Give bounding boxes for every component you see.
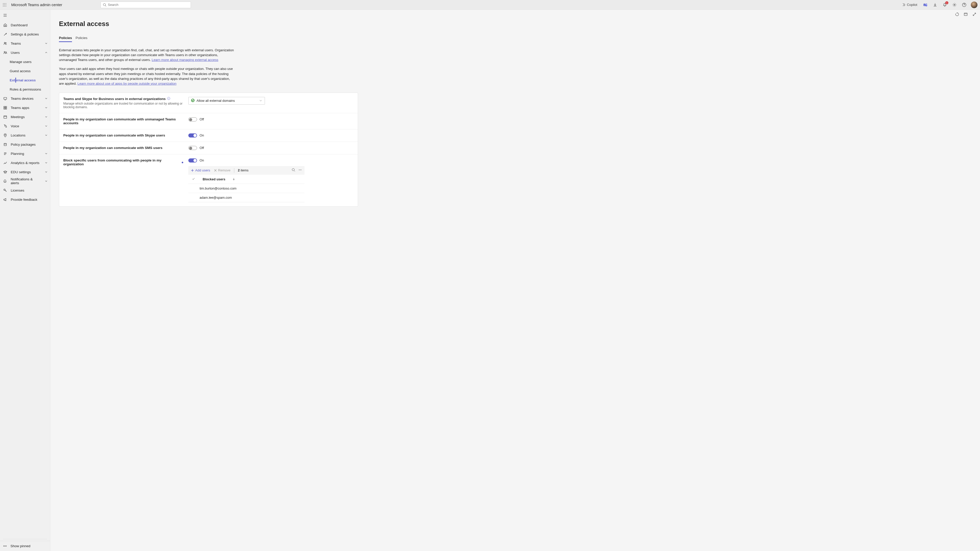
nav-label: Teams devices xyxy=(11,97,33,100)
toggle-block-users[interactable] xyxy=(188,159,197,162)
nav-label: Provide feedback xyxy=(11,198,37,202)
search-input[interactable] xyxy=(108,3,189,6)
toggle-state: On xyxy=(200,133,204,137)
toggle-sms[interactable] xyxy=(188,146,197,150)
svg-point-16 xyxy=(4,42,5,43)
nav-locations[interactable]: Locations xyxy=(0,130,50,140)
nav-dashboard[interactable]: Dashboard xyxy=(0,21,50,30)
copilot-button[interactable]: Copilot xyxy=(900,2,919,8)
nav-label: Users xyxy=(11,51,20,55)
expand-icon[interactable] xyxy=(972,12,977,17)
nav-label: Policy packages xyxy=(11,143,36,146)
wrench-icon xyxy=(3,32,7,36)
learn-more-link-1[interactable]: Learn more about managing external acces… xyxy=(151,58,218,62)
education-icon xyxy=(3,170,7,174)
nav-planning[interactable]: Planning xyxy=(0,149,50,158)
nav-roles-permissions[interactable]: Roles & permissions xyxy=(10,85,50,94)
svg-rect-20 xyxy=(3,97,6,99)
table-row[interactable]: tim.burton@contoso.com xyxy=(188,184,304,193)
setting-unmanaged: People in my organization can communicat… xyxy=(59,113,358,129)
settings-icon[interactable] xyxy=(951,2,958,8)
bell-icon xyxy=(3,179,7,183)
table-row[interactable]: adam.lee@spam.com xyxy=(188,193,304,202)
profile-avatar[interactable] xyxy=(971,2,977,8)
activity-log-icon[interactable] xyxy=(955,12,959,17)
search-box[interactable] xyxy=(100,2,191,8)
nav-label: Teams apps xyxy=(11,106,29,110)
nav-label: Manage users xyxy=(10,60,32,64)
setting-title-text: Teams and Skype for Business users in ex… xyxy=(63,97,165,101)
nav-notifications-alerts[interactable]: Notifications & alerts xyxy=(0,176,50,186)
more-options-icon[interactable] xyxy=(298,168,302,172)
svg-rect-25 xyxy=(3,116,6,118)
location-icon xyxy=(3,133,7,137)
nav-teams[interactable]: Teams xyxy=(0,39,50,48)
info-icon[interactable] xyxy=(167,97,170,101)
search-table-icon[interactable] xyxy=(292,168,295,172)
nav-guest-access[interactable]: Guest access xyxy=(10,66,50,76)
chevron-down-icon xyxy=(45,152,48,156)
svg-rect-21 xyxy=(3,106,5,107)
nav-label: Voice xyxy=(11,124,19,128)
nav-teams-apps[interactable]: Teams apps xyxy=(0,103,50,112)
svg-point-8 xyxy=(6,6,6,6)
svg-point-18 xyxy=(4,51,5,52)
nav-analytics[interactable]: Analytics & reports xyxy=(0,158,50,167)
sort-icon[interactable] xyxy=(232,177,235,181)
chart-icon xyxy=(3,161,7,165)
setting-skype: People in my organization can communicat… xyxy=(59,129,358,142)
apps-icon xyxy=(3,106,7,110)
nav-teams-devices[interactable]: Teams devices xyxy=(0,94,50,103)
toggle-unmanaged[interactable] xyxy=(188,118,197,121)
svg-rect-24 xyxy=(5,108,6,109)
column-header[interactable]: Blocked users xyxy=(203,177,225,181)
nav-edu-settings[interactable]: EDU settings xyxy=(0,167,50,176)
add-users-button[interactable]: Add users xyxy=(191,168,210,172)
svg-rect-22 xyxy=(5,106,6,107)
home-icon xyxy=(3,23,7,27)
nav-label: EDU settings xyxy=(11,170,31,174)
nav-users[interactable]: Users xyxy=(0,48,50,57)
blocked-user-email: adam.lee@spam.com xyxy=(192,196,232,200)
app-launcher-icon[interactable] xyxy=(2,2,8,8)
learn-more-link-2[interactable]: Learn more about use of apps by people o… xyxy=(78,82,177,86)
tab-policies-2[interactable]: Policies xyxy=(76,35,88,42)
nav-external-access[interactable]: External access xyxy=(10,76,50,85)
nav-meetings[interactable]: Meetings xyxy=(0,112,50,121)
chevron-down-icon xyxy=(45,133,48,137)
domains-dropdown[interactable]: Allow all external domains xyxy=(188,97,265,105)
svg-rect-27 xyxy=(4,143,6,145)
copilot-icon xyxy=(901,3,905,7)
nav-separator xyxy=(3,539,47,539)
nav-label: Settings & policies xyxy=(11,32,39,36)
nav-label: Guest access xyxy=(10,69,30,73)
select-all-icon[interactable] xyxy=(192,177,195,181)
notifications-icon[interactable]: 1 xyxy=(942,2,948,8)
teams-app-icon[interactable]: T xyxy=(922,2,928,8)
setting-domains: Teams and Skype for Business users in ex… xyxy=(59,93,358,113)
nav-label: Locations xyxy=(11,133,25,137)
nav-policy-packages[interactable]: Policy packages xyxy=(0,140,50,149)
nav-manage-users[interactable]: Manage users xyxy=(10,57,50,66)
copilot-label: Copilot xyxy=(907,3,917,6)
tab-policies-1[interactable]: Policies xyxy=(59,35,72,42)
table-header: Blocked users xyxy=(188,175,304,184)
nav-feedback[interactable]: Provide feedback xyxy=(0,195,50,204)
svg-point-19 xyxy=(6,52,6,52)
toggle-skype[interactable] xyxy=(188,133,197,138)
help-icon[interactable] xyxy=(961,2,967,8)
panel-icon[interactable] xyxy=(963,12,968,17)
top-bar: Microsoft Teams admin center Copilot T 1 xyxy=(0,0,980,10)
collapse-nav-icon[interactable] xyxy=(2,12,8,18)
main-content: External access Policies Policies Extern… xyxy=(50,10,980,551)
nav-voice[interactable]: Voice xyxy=(0,121,50,130)
show-pinned[interactable]: Show pinned xyxy=(0,541,50,551)
nav-settings-policies[interactable]: Settings & policies xyxy=(0,30,50,39)
svg-point-26 xyxy=(5,134,5,135)
svg-point-37 xyxy=(300,170,301,170)
svg-point-9 xyxy=(103,3,106,6)
nav-licenses[interactable]: Licenses xyxy=(0,186,50,195)
download-icon[interactable] xyxy=(932,2,938,8)
unsaved-indicator-icon xyxy=(182,162,183,163)
command-bar: Add users Remove 2 items xyxy=(188,166,304,175)
